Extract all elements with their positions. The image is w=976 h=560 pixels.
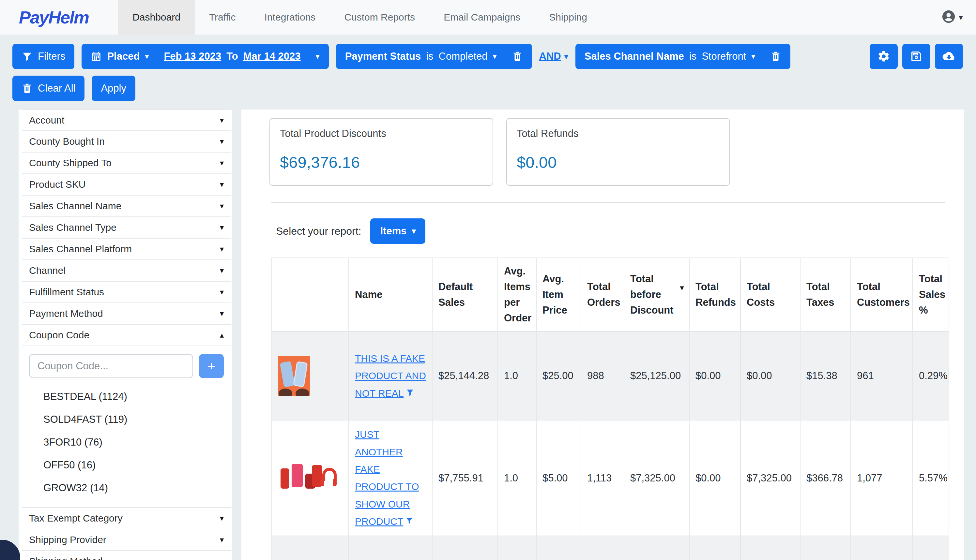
- col-total-orders[interactable]: Total Orders: [581, 258, 624, 332]
- coupon-code-item[interactable]: OFF50 (16): [43, 454, 224, 477]
- report-type-dropdown[interactable]: Items ▾: [370, 218, 425, 244]
- trash-icon: [22, 83, 33, 94]
- refunds-cell: $0.00: [689, 332, 740, 420]
- tab-dashboard[interactable]: Dashboard: [118, 0, 195, 35]
- funnel-icon[interactable]: [406, 385, 414, 393]
- sidebar-item-sales-channel-type[interactable]: Sales Channel Type ▾: [22, 217, 231, 238]
- date-from[interactable]: Feb 13 2023: [164, 50, 221, 62]
- chevron-down-icon: ▾: [220, 180, 224, 189]
- coupon-code-input[interactable]: [29, 354, 193, 378]
- sidebar-item-payment-method[interactable]: Payment Method ▾: [22, 303, 231, 325]
- tab-email-campaigns[interactable]: Email Campaigns: [429, 0, 535, 35]
- product-name-link[interactable]: THIS IS A FAKE PRODUCT AND NOT REAL: [355, 353, 426, 398]
- sidebar-item-tax-exempt-category[interactable]: Tax Exempt Category ▾: [22, 508, 231, 529]
- settings-button[interactable]: [870, 44, 898, 69]
- sales-channel-filter[interactable]: Sales Channel Name is Storefront ▾: [575, 44, 791, 69]
- sidebar-item-label: County Shipped To: [29, 157, 112, 168]
- trash-icon[interactable]: [512, 51, 523, 62]
- avg-price-cell: $5.00: [536, 420, 581, 535]
- sidebar-item-channel[interactable]: Channel ▾: [22, 260, 231, 282]
- sidebar-item-shipping-method[interactable]: Shipping Method ▾: [22, 551, 231, 560]
- tab-custom-reports[interactable]: Custom Reports: [330, 0, 429, 35]
- funnel-icon: [22, 51, 33, 62]
- taxes-cell: $366.78: [800, 420, 851, 535]
- sidebar-item-coupon-code[interactable]: Coupon Code ▴: [22, 325, 231, 346]
- product-image: [278, 459, 339, 497]
- sidebar-item-label: County Bought In: [29, 136, 105, 147]
- filters-button[interactable]: Filters: [12, 44, 74, 69]
- sidebar-item-label: Channel: [29, 265, 65, 276]
- save-button[interactable]: [902, 44, 930, 69]
- sidebar-item-account[interactable]: Account ▾: [22, 110, 231, 131]
- payment-status-filter[interactable]: Payment Status is Completed ▾: [336, 44, 532, 69]
- tab-shipping[interactable]: Shipping: [535, 0, 602, 35]
- user-menu[interactable]: ▾: [941, 0, 976, 35]
- date-to-label: To: [226, 50, 238, 62]
- col-total-customers[interactable]: Total Customers: [851, 258, 913, 332]
- chevron-down-icon: ▾: [220, 514, 224, 523]
- filter-field: Payment Status: [345, 50, 421, 62]
- col-avg-item-price[interactable]: Avg. Item Price: [536, 258, 581, 332]
- sidebar-item-fulfillment-status[interactable]: Fulfillment Status ▾: [22, 282, 231, 303]
- chevron-down-icon: ▾: [145, 52, 149, 60]
- default-sales-cell: $7,425.35: [432, 536, 498, 560]
- col-default-sales[interactable]: Default Sales: [432, 258, 498, 332]
- sidebar-item-label: Fulfillment Status: [29, 287, 104, 298]
- before-discount-cell: $25,125.00: [624, 332, 689, 420]
- coupon-code-item[interactable]: GROW32 (14): [43, 477, 224, 499]
- sidebar-item-shipping-provider[interactable]: Shipping Provider ▾: [22, 529, 231, 551]
- coupon-code-item[interactable]: SOLD4FAST (119): [43, 408, 224, 431]
- refunds-cell: $0.00: [689, 536, 740, 560]
- filter-operator: is: [689, 50, 697, 62]
- total-refunds-card: Total Refunds $0.00: [506, 118, 730, 186]
- total-product-discounts-card: Total Product Discounts $69,376.16: [269, 118, 493, 186]
- filter-operator: is: [426, 50, 433, 62]
- chevron-down-icon: ▾: [220, 245, 224, 253]
- clear-all-button[interactable]: Clear All: [12, 76, 85, 101]
- chevron-down-icon: ▾: [220, 202, 224, 210]
- sidebar-item-sales-channel-name[interactable]: Sales Channel Name ▾: [22, 195, 231, 217]
- tab-traffic[interactable]: Traffic: [195, 0, 250, 35]
- chevron-down-icon: ▾: [220, 535, 224, 544]
- sidebar-item-county-bought-in[interactable]: County Bought In ▾: [22, 131, 231, 153]
- col-total-refunds[interactable]: Total Refunds: [689, 258, 740, 332]
- table-row: BUY SELL Apple SAMPLE FAKE PRODUCT BUT N…: [272, 536, 949, 560]
- col-total-before-discount[interactable]: Total before Discount ▾: [624, 258, 689, 332]
- coupon-code-item[interactable]: 3FOR10 (76): [43, 431, 224, 454]
- sidebar-item-label: Shipping Provider: [29, 534, 106, 545]
- coupon-code-item[interactable]: BESTDEAL (1124): [43, 385, 224, 408]
- col-total-taxes[interactable]: Total Taxes: [800, 258, 851, 332]
- chevron-down-icon: ▾: [959, 12, 963, 22]
- chevron-down-icon: ▾: [412, 227, 416, 236]
- date-to[interactable]: Mar 14 2023: [243, 50, 301, 62]
- col-name[interactable]: Name: [349, 258, 432, 332]
- table-row: JUST ANOTHER FAKE PRODUCT TO SHOW OUR PR…: [272, 420, 949, 535]
- date-range-filter[interactable]: Placed ▾ Feb 13 2023 To Mar 14 2023 ▾: [82, 44, 329, 69]
- default-sales-cell: $7,755.91: [432, 420, 498, 535]
- sidebar-item-product-sku[interactable]: Product SKU ▾: [22, 174, 231, 195]
- payhelm-logo[interactable]: PayHelm: [0, 0, 108, 35]
- avg-price-cell: $4.92: [536, 536, 581, 560]
- tab-integrations[interactable]: Integrations: [250, 0, 330, 35]
- customers-cell: 742: [851, 536, 913, 560]
- sidebar-item-county-shipped-to[interactable]: County Shipped To ▾: [22, 153, 231, 174]
- table-row: THIS IS A FAKE PRODUCT AND NOT REAL $25,…: [272, 332, 949, 420]
- condition-connector[interactable]: AND ▾: [539, 50, 568, 62]
- sidebar-item-label: Account: [29, 115, 64, 126]
- col-total-costs[interactable]: Total Costs: [740, 258, 800, 332]
- add-coupon-button[interactable]: +: [199, 354, 224, 378]
- cloud-download-icon: [943, 50, 956, 63]
- sidebar-item-label: Sales Channel Platform: [29, 243, 132, 255]
- export-button[interactable]: [935, 44, 963, 69]
- nav-tabs: Dashboard Traffic Integrations Custom Re…: [118, 0, 602, 35]
- product-name-link[interactable]: JUST ANOTHER FAKE PRODUCT TO SHOW OUR PR…: [355, 429, 419, 527]
- funnel-icon[interactable]: [405, 513, 414, 521]
- trash-icon[interactable]: [770, 51, 781, 62]
- apply-button[interactable]: Apply: [92, 76, 135, 101]
- card-value: $0.00: [517, 153, 720, 172]
- sidebar-item-sales-channel-platform[interactable]: Sales Channel Platform ▾: [22, 238, 231, 260]
- col-total-sales-pct[interactable]: Total Sales %: [913, 258, 949, 332]
- col-avg-items-per-order[interactable]: Avg. Items per Order: [498, 258, 536, 332]
- avg-items-cell: 1.0: [498, 420, 536, 535]
- costs-cell: $2,866.00: [740, 536, 800, 560]
